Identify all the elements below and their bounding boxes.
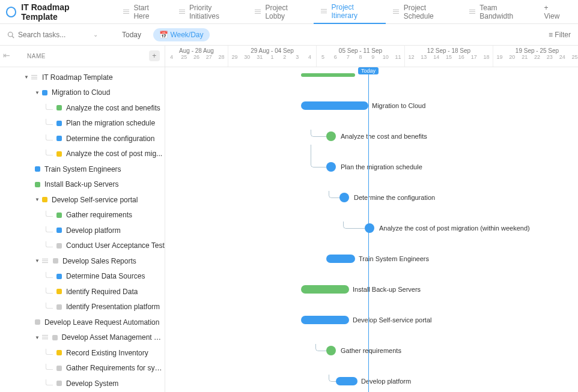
day-cell: 20 xyxy=(506,54,519,60)
logo-icon xyxy=(6,7,16,17)
tree-row[interactable]: Analyze the cost and benefits xyxy=(0,100,165,116)
day-cell: 3 xyxy=(291,54,303,60)
tree-row[interactable]: Conduct User Acceptance Test xyxy=(0,238,165,254)
collapse-handle-icon[interactable]: ⇤ xyxy=(1,50,12,60)
week-block: Aug - 28 Aug425262728 xyxy=(165,46,228,67)
task-label: Train System Engineers xyxy=(44,165,121,173)
tree-row[interactable]: ▼Develop Asset Management System xyxy=(0,330,165,346)
search-input[interactable] xyxy=(18,31,90,39)
tree-row[interactable]: Gather requirements xyxy=(0,208,165,223)
dependency-line xyxy=(311,145,329,167)
tab-start-here[interactable]: Start Here xyxy=(116,0,172,24)
list-icon xyxy=(31,74,38,80)
tree-row[interactable]: ▼Develop Sales Reports xyxy=(0,253,165,269)
tree-row[interactable]: Install Back-up Servers xyxy=(0,177,165,193)
gantt-bar[interactable] xyxy=(326,131,336,141)
tree-row[interactable]: Develop platform xyxy=(0,223,165,238)
week-label: 12 Sep - 18 Sep xyxy=(405,46,493,54)
caret-icon[interactable]: ▼ xyxy=(35,335,40,340)
gantt-bar[interactable] xyxy=(326,162,336,172)
tree-row[interactable]: Determine Data Sources xyxy=(0,269,165,285)
gantt-row: Determine the configuration xyxy=(165,190,578,205)
day-cell: 25 xyxy=(178,54,190,60)
gantt-row: Train System Engineers xyxy=(165,251,578,267)
tree-row[interactable]: ▼Migration to Cloud xyxy=(0,85,165,101)
tree-row[interactable]: Train System Engineers xyxy=(0,161,165,177)
subtask-icon xyxy=(46,119,53,125)
day-cell: 1 xyxy=(266,54,279,60)
task-label: Analyze the cost and benefits xyxy=(66,104,160,112)
gantt-bar[interactable] xyxy=(301,73,355,77)
gantt-label: Develop Self-service portal xyxy=(353,316,431,324)
tab-project-itinerary[interactable]: Project Itinerary xyxy=(314,0,386,24)
tab-label: Project Itinerary xyxy=(332,3,379,20)
name-column-header: NAME + xyxy=(0,46,165,67)
subtask-icon xyxy=(46,211,53,217)
chevron-down-icon[interactable]: ⌄ xyxy=(93,31,98,38)
day-cell: 7 xyxy=(342,54,354,60)
status-square xyxy=(42,90,47,95)
tab-project-lobby[interactable]: Project Lobby xyxy=(248,0,314,24)
add-view-button[interactable]: + View xyxy=(537,0,572,24)
tree-row[interactable]: Develop Leave Request Automation xyxy=(0,315,165,330)
tree-row[interactable]: Identify Required Data xyxy=(0,284,165,300)
gantt-bar[interactable] xyxy=(301,285,349,294)
caret-icon[interactable]: ▼ xyxy=(35,258,40,264)
task-label: Develop Asset Management System xyxy=(62,333,165,342)
tab-label: Priority Initiatives xyxy=(189,4,240,20)
gantt-bar[interactable] xyxy=(336,377,357,385)
gantt-bar[interactable] xyxy=(301,101,368,110)
tree-row[interactable]: Identify Presentation platform xyxy=(0,300,165,315)
task-label: Determine Data Sources xyxy=(66,272,145,280)
task-label: Conduct User Acceptance Test xyxy=(66,241,165,250)
tab-project-schedule[interactable]: Project Schedule xyxy=(386,0,462,24)
subtask-icon xyxy=(46,104,53,110)
status-square xyxy=(56,213,62,218)
week-day-toggle[interactable]: 📅 Week/Day xyxy=(153,28,209,41)
day-cell: 14 xyxy=(430,54,443,60)
tab-label: Team Bandwidth xyxy=(479,4,529,20)
gantt-bar[interactable] xyxy=(365,223,374,233)
gantt-row: Install Back-up Servers xyxy=(165,282,578,297)
day-cell: 5 xyxy=(317,54,329,60)
day-cell: 19 xyxy=(493,54,506,60)
tab-priority-initiatives[interactable]: Priority Initiatives xyxy=(172,0,248,24)
task-label: Develop Self-service portal xyxy=(52,196,138,204)
tab-team-bandwidth[interactable]: Team Bandwidth xyxy=(462,0,537,24)
caret-icon[interactable]: ▼ xyxy=(24,74,29,80)
subtask-icon xyxy=(46,364,53,370)
gantt-bar[interactable] xyxy=(339,193,349,202)
gantt-bar[interactable] xyxy=(301,316,349,324)
caret-icon[interactable]: ▼ xyxy=(35,90,40,95)
filter-button[interactable]: ≡ Filter xyxy=(549,31,571,39)
status-square xyxy=(56,304,62,310)
day-cell: 17 xyxy=(467,54,480,60)
status-square xyxy=(56,366,62,371)
tree-row[interactable]: ▼IT Roadmap Template xyxy=(0,70,165,85)
tree-row[interactable]: Gather Requirements for syst... xyxy=(0,361,165,376)
tree-row[interactable]: Analyze the cost of post mig... xyxy=(0,146,165,162)
task-label: Identify Presentation platform xyxy=(66,303,160,311)
gantt-bar[interactable] xyxy=(326,346,336,355)
add-task-button[interactable]: + xyxy=(149,50,160,61)
status-square xyxy=(56,243,62,249)
tree-row[interactable]: Develop System xyxy=(0,376,165,391)
tree-row[interactable]: Record Existing Inventory xyxy=(0,345,165,361)
caret-icon[interactable]: ▼ xyxy=(35,197,40,202)
day-cell: 21 xyxy=(519,54,531,60)
tree-row[interactable]: ▼Develop Self-service portal xyxy=(0,192,165,208)
tree-row[interactable]: Determine the configuration xyxy=(0,131,165,146)
day-cell: 9 xyxy=(367,54,379,60)
day-cell: 6 xyxy=(329,54,342,60)
tree-row[interactable]: Plan the migration schedule xyxy=(0,116,165,131)
week-label: 05 Sep - 11 Sep xyxy=(317,46,404,54)
status-square xyxy=(56,136,62,141)
gantt-label: Train System Engineers xyxy=(359,255,429,262)
gantt-bar[interactable] xyxy=(326,255,355,263)
day-cell: 4 xyxy=(303,54,316,60)
day-cell: 10 xyxy=(379,54,392,60)
day-cell: 31 xyxy=(254,54,266,60)
week-block: 19 Sep - 25 Sep19202122232425 xyxy=(493,46,578,67)
today-line xyxy=(368,67,369,392)
today-button[interactable]: Today xyxy=(116,28,147,41)
